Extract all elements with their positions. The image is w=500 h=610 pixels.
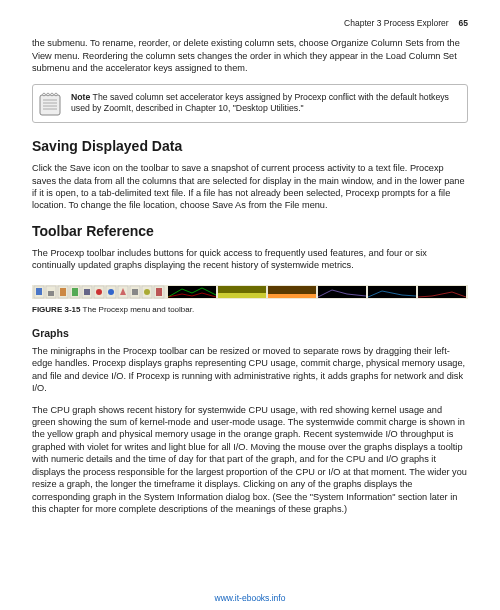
- toolbar-body: The Procexp toolbar includes buttons for…: [32, 247, 468, 272]
- figure-label: FIGURE 3-15: [32, 305, 80, 314]
- graphs-p2: The CPU graph shows recent history for s…: [32, 404, 468, 516]
- svg-rect-36: [318, 286, 366, 298]
- toolbar-screenshot: [32, 285, 468, 299]
- subhead-graphs: Graphs: [32, 326, 468, 340]
- page-number: 65: [459, 18, 468, 29]
- chapter-label: Chapter 3 Process Explorer: [344, 18, 448, 29]
- note-box: Note The saved column set accelerator ke…: [32, 84, 468, 123]
- svg-rect-19: [84, 289, 90, 295]
- figure-text: The Procexp menu and toolbar.: [83, 305, 195, 314]
- footer: www.it-ebooks.info: [0, 593, 500, 604]
- saving-body: Click the Save icon on the toolbar to sa…: [32, 162, 468, 212]
- footer-link[interactable]: www.it-ebooks.info: [215, 593, 286, 603]
- note-label: Note: [71, 92, 90, 102]
- svg-rect-0: [40, 95, 60, 115]
- svg-point-7: [51, 93, 54, 96]
- svg-point-6: [47, 93, 50, 96]
- svg-point-8: [55, 93, 58, 96]
- svg-rect-17: [72, 288, 78, 296]
- section-title-toolbar: Toolbar Reference: [32, 222, 468, 241]
- svg-rect-15: [60, 288, 66, 296]
- note-text: The saved column set accelerator keys as…: [71, 92, 449, 114]
- svg-rect-33: [218, 293, 266, 298]
- svg-rect-26: [132, 289, 138, 295]
- svg-rect-37: [368, 286, 416, 298]
- section-title-saving: Saving Displayed Data: [32, 137, 468, 156]
- graphs-p1: The minigraphs in the Procexp toolbar ca…: [32, 345, 468, 395]
- svg-rect-11: [36, 288, 42, 295]
- svg-rect-30: [156, 288, 162, 296]
- svg-point-23: [108, 289, 114, 295]
- svg-point-5: [43, 93, 46, 96]
- page-header: Chapter 3 Process Explorer 65: [32, 18, 468, 29]
- svg-point-21: [96, 289, 102, 295]
- svg-rect-35: [268, 294, 316, 298]
- svg-point-28: [144, 289, 150, 295]
- figure-caption: FIGURE 3-15 The Procexp menu and toolbar…: [32, 305, 468, 316]
- intro-paragraph: the submenu. To rename, reorder, or dele…: [32, 37, 468, 74]
- svg-rect-13: [48, 291, 54, 296]
- notepad-icon: [38, 91, 62, 117]
